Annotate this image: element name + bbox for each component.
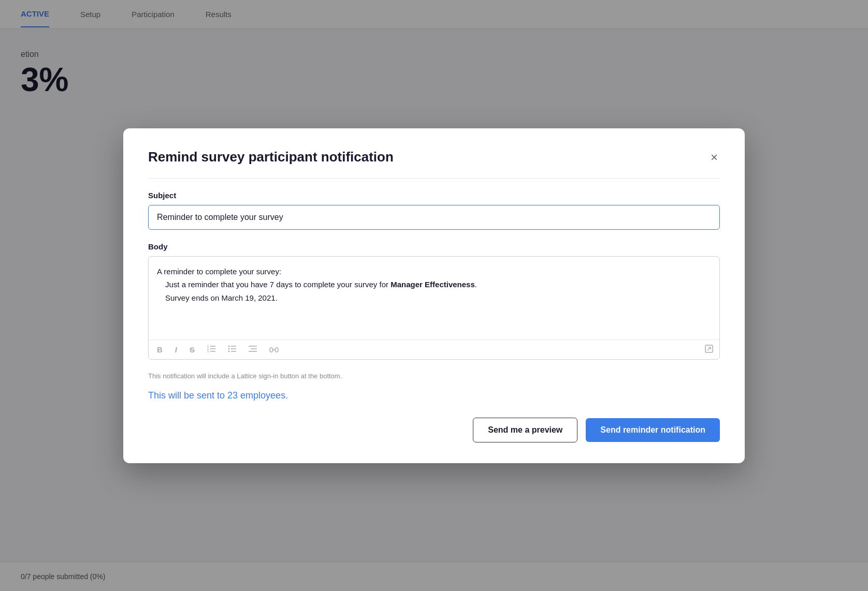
modal-footer: Send me a preview Send reminder notifica… [148, 418, 720, 442]
svg-rect-16 [275, 347, 278, 352]
indent-icon [249, 345, 257, 352]
send-count: This will be sent to 23 employees. [148, 390, 720, 401]
italic-button[interactable]: I [173, 344, 179, 355]
body-content: A reminder to complete your survey: Just… [149, 257, 719, 339]
body-editor[interactable]: A reminder to complete your survey: Just… [148, 256, 720, 360]
help-text: This notification will include a Lattice… [148, 372, 720, 380]
modal-header: Remind survey participant notification × [148, 149, 720, 179]
modal-dialog: Remind survey participant notification ×… [123, 128, 745, 463]
subject-section: Subject [148, 191, 720, 230]
body-line2-suffix: . [475, 280, 477, 289]
ordered-list-icon: 1. 2. 3. [207, 345, 215, 352]
body-line2-prefix: Just a reminder that you have 7 days to … [165, 280, 390, 289]
svg-text:3.: 3. [207, 350, 210, 352]
body-line2: Just a reminder that you have 7 days to … [157, 278, 711, 291]
strikethrough-button[interactable]: S [187, 344, 197, 355]
svg-point-10 [228, 350, 230, 352]
unordered-list-button[interactable] [226, 344, 238, 355]
unordered-list-icon [228, 345, 236, 352]
body-line1: A reminder to complete your survey: [157, 265, 711, 278]
close-button[interactable]: × [708, 149, 720, 166]
subject-input[interactable] [148, 205, 720, 230]
preview-button[interactable]: Send me a preview [473, 418, 577, 442]
body-line3: Survey ends on March 19, 2021. [157, 291, 711, 305]
svg-rect-15 [270, 347, 273, 352]
bold-button[interactable]: B [155, 344, 165, 355]
svg-point-8 [228, 348, 230, 349]
body-line2-bold: Manager Effectiveness [390, 280, 475, 289]
modal-title: Remind survey participant notification [148, 149, 394, 165]
body-label: Body [148, 242, 720, 251]
subject-label: Subject [148, 191, 720, 200]
indent-button[interactable] [247, 344, 259, 355]
body-section: Body A reminder to complete your survey:… [148, 242, 720, 360]
modal-overlay: Remind survey participant notification ×… [0, 0, 868, 591]
link-icon [269, 347, 279, 352]
send-reminder-button[interactable]: Send reminder notification [586, 418, 720, 442]
svg-point-6 [228, 345, 230, 347]
ordered-list-button[interactable]: 1. 2. 3. [205, 344, 218, 355]
link-button[interactable] [267, 344, 281, 355]
body-toolbar: B I S 1. 2. 3. [149, 339, 719, 359]
expand-icon [705, 345, 713, 354]
